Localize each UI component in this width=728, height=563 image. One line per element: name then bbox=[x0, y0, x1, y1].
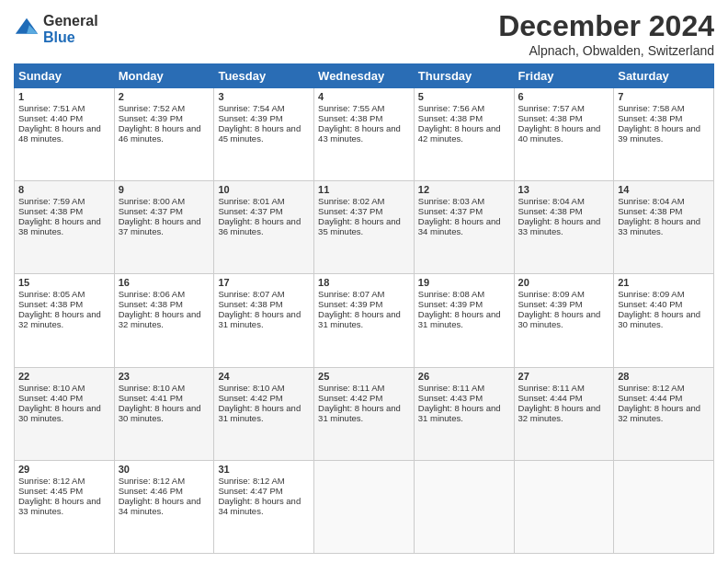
subtitle: Alpnach, Obwalden, Switzerland bbox=[498, 43, 714, 58]
week-row: 1 Sunrise: 7:51 AMSunset: 4:40 PMDayligh… bbox=[15, 88, 714, 181]
table-row: 10 Sunrise: 8:01 AMSunset: 4:37 PMDaylig… bbox=[214, 181, 314, 274]
table-row: 29 Sunrise: 8:12 AMSunset: 4:45 PMDaylig… bbox=[15, 460, 115, 553]
table-row: 16 Sunrise: 8:06 AMSunset: 4:38 PMDaylig… bbox=[114, 274, 214, 367]
table-row: 1 Sunrise: 7:51 AMSunset: 4:40 PMDayligh… bbox=[15, 88, 115, 181]
table-row: 15 Sunrise: 8:05 AMSunset: 4:38 PMDaylig… bbox=[15, 274, 115, 367]
table-row: 13 Sunrise: 8:04 AMSunset: 4:38 PMDaylig… bbox=[514, 181, 614, 274]
table-row: 18 Sunrise: 8:07 AMSunset: 4:39 PMDaylig… bbox=[314, 274, 415, 367]
table-row: 2 Sunrise: 7:52 AMSunset: 4:39 PMDayligh… bbox=[114, 88, 214, 181]
logo-general: General bbox=[43, 13, 98, 29]
logo: General Blue bbox=[14, 13, 98, 45]
logo-icon bbox=[14, 17, 40, 42]
table-row: 12 Sunrise: 8:03 AMSunset: 4:37 PMDaylig… bbox=[414, 181, 514, 274]
page: General Blue December 2024 Alpnach, Obwa… bbox=[0, 0, 728, 563]
empty-cell bbox=[314, 460, 415, 553]
table-row: 23 Sunrise: 8:10 AMSunset: 4:41 PMDaylig… bbox=[114, 367, 214, 460]
col-monday: Monday bbox=[114, 64, 214, 88]
table-row: 21 Sunrise: 8:09 AMSunset: 4:40 PMDaylig… bbox=[614, 274, 714, 367]
empty-cell bbox=[414, 460, 514, 553]
col-tuesday: Tuesday bbox=[214, 64, 314, 88]
col-thursday: Thursday bbox=[414, 64, 514, 88]
table-row: 14 Sunrise: 8:04 AMSunset: 4:38 PMDaylig… bbox=[614, 181, 714, 274]
col-friday: Friday bbox=[514, 64, 614, 88]
table-row: 25 Sunrise: 8:11 AMSunset: 4:42 PMDaylig… bbox=[314, 367, 415, 460]
week-row: 22 Sunrise: 8:10 AMSunset: 4:40 PMDaylig… bbox=[15, 367, 714, 460]
main-title: December 2024 bbox=[498, 9, 714, 43]
table-row: 9 Sunrise: 8:00 AMSunset: 4:37 PMDayligh… bbox=[114, 181, 214, 274]
table-row: 5 Sunrise: 7:56 AMSunset: 4:38 PMDayligh… bbox=[414, 88, 514, 181]
col-saturday: Saturday bbox=[614, 64, 714, 88]
table-row: 20 Sunrise: 8:09 AMSunset: 4:39 PMDaylig… bbox=[514, 274, 614, 367]
table-row: 7 Sunrise: 7:58 AMSunset: 4:38 PMDayligh… bbox=[614, 88, 714, 181]
col-sunday: Sunday bbox=[15, 64, 115, 88]
table-row: 4 Sunrise: 7:55 AMSunset: 4:38 PMDayligh… bbox=[314, 88, 415, 181]
table-row: 26 Sunrise: 8:11 AMSunset: 4:43 PMDaylig… bbox=[414, 367, 514, 460]
header: General Blue December 2024 Alpnach, Obwa… bbox=[14, 9, 714, 58]
title-section: December 2024 Alpnach, Obwalden, Switzer… bbox=[498, 9, 714, 58]
table-row: 31 Sunrise: 8:12 AMSunset: 4:47 PMDaylig… bbox=[214, 460, 314, 553]
logo-blue: Blue bbox=[43, 29, 98, 46]
table-row: 19 Sunrise: 8:08 AMSunset: 4:39 PMDaylig… bbox=[414, 274, 514, 367]
table-row: 3 Sunrise: 7:54 AMSunset: 4:39 PMDayligh… bbox=[214, 88, 314, 181]
table-row: 22 Sunrise: 8:10 AMSunset: 4:40 PMDaylig… bbox=[15, 367, 115, 460]
table-row: 8 Sunrise: 7:59 AMSunset: 4:38 PMDayligh… bbox=[15, 181, 115, 274]
week-row: 15 Sunrise: 8:05 AMSunset: 4:38 PMDaylig… bbox=[15, 274, 714, 367]
calendar-table: Sunday Monday Tuesday Wednesday Thursday… bbox=[14, 63, 714, 554]
table-row: 30 Sunrise: 8:12 AMSunset: 4:46 PMDaylig… bbox=[114, 460, 214, 553]
header-row: Sunday Monday Tuesday Wednesday Thursday… bbox=[15, 64, 714, 88]
table-row: 17 Sunrise: 8:07 AMSunset: 4:38 PMDaylig… bbox=[214, 274, 314, 367]
col-wednesday: Wednesday bbox=[314, 64, 415, 88]
table-row: 11 Sunrise: 8:02 AMSunset: 4:37 PMDaylig… bbox=[314, 181, 415, 274]
table-row: 24 Sunrise: 8:10 AMSunset: 4:42 PMDaylig… bbox=[214, 367, 314, 460]
table-row: 28 Sunrise: 8:12 AMSunset: 4:44 PMDaylig… bbox=[614, 367, 714, 460]
empty-cell bbox=[614, 460, 714, 553]
week-row: 29 Sunrise: 8:12 AMSunset: 4:45 PMDaylig… bbox=[15, 460, 714, 553]
logo-text: General Blue bbox=[43, 13, 98, 45]
empty-cell bbox=[514, 460, 614, 553]
table-row: 6 Sunrise: 7:57 AMSunset: 4:38 PMDayligh… bbox=[514, 88, 614, 181]
table-row: 27 Sunrise: 8:11 AMSunset: 4:44 PMDaylig… bbox=[514, 367, 614, 460]
week-row: 8 Sunrise: 7:59 AMSunset: 4:38 PMDayligh… bbox=[15, 181, 714, 274]
